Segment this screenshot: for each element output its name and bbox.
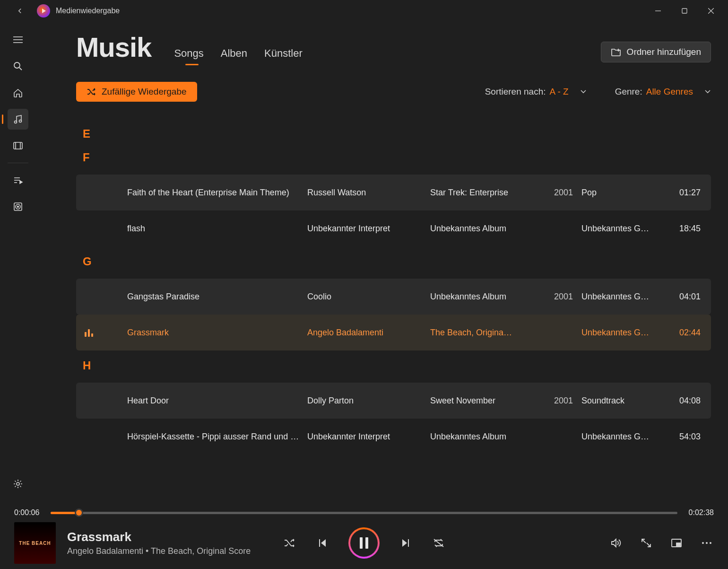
shuffle-play-label: Zufällige Wiedergabe [102,87,187,97]
shuffle-icon [87,88,96,96]
previous-button[interactable] [315,536,329,550]
song-artist: Unbekannter Interpret [307,432,430,442]
pause-icon [350,529,378,557]
video-library-button[interactable] [8,135,28,156]
now-playing-bar: THE BEACH Grassmark Angelo Badalamenti •… [0,517,728,569]
tab-songs[interactable]: Songs [174,47,203,62]
chevron-down-icon [704,89,711,94]
shuffle-toggle-button[interactable] [282,536,296,550]
song-album: Unbekanntes Album [430,224,544,234]
song-album: Sweet November [430,396,544,406]
song-genre: Unbekanntes G… [581,292,667,302]
svg-point-9 [14,121,17,123]
section-letter[interactable]: E [83,127,711,140]
song-duration: 54:03 [667,432,709,442]
miniplayer-button[interactable] [669,536,684,550]
song-album: Unbekanntes Album [430,432,544,442]
seek-track[interactable] [51,512,677,514]
song-artist: Dolly Parton [307,396,430,406]
svg-point-10 [19,120,21,123]
now-playing-icon [85,328,95,337]
song-duration: 04:01 [667,292,709,302]
shuffle-play-button[interactable]: Zufällige Wiedergabe [76,82,197,102]
svg-line-8 [19,68,22,70]
sort-value: A - Z [550,87,569,97]
disc-button[interactable] [8,196,28,217]
total-time: 0:02:38 [689,508,714,517]
song-title: Heart Door [127,396,307,406]
song-row[interactable]: flashUnbekannter InterpretUnbekanntes Al… [76,210,711,246]
sort-dropdown[interactable]: Sortieren nach: A - Z [485,87,587,97]
minimize-button[interactable] [645,0,671,22]
sidebar [0,22,35,503]
song-row[interactable]: Gangstas ParadiseCoolioUnbekanntes Album… [76,279,711,315]
section-letter[interactable]: F [83,151,711,164]
song-title: Gangstas Paradise [127,292,307,302]
add-folder-label: Ordner hinzufügen [627,47,701,57]
svg-rect-1 [682,9,687,13]
song-album: The Beach, Origina… [430,328,544,338]
next-button[interactable] [399,536,413,550]
tab-künstler[interactable]: Künstler [264,47,303,62]
song-genre: Soundtrack [581,396,667,406]
repeat-button[interactable] [432,536,446,550]
svg-rect-24 [676,543,680,546]
song-album: Unbekanntes Album [430,292,544,302]
svg-rect-11 [14,142,22,149]
elapsed-time: 0:00:06 [14,508,39,517]
song-title: Hörspiel-Kassette - Pippi ausser Rand un… [127,432,307,442]
song-genre: Unbekanntes G… [581,224,667,234]
window-title: Medienwiedergabe [56,7,120,15]
chevron-down-icon [580,89,587,94]
song-title: Grassmark [127,328,307,338]
playlists-button[interactable] [8,170,28,191]
more-button[interactable] [700,536,714,550]
main-content: Musik SongsAlbenKünstler Ordner hinzufüg… [35,22,728,503]
svg-point-25 [702,542,704,544]
fullscreen-button[interactable] [639,536,653,550]
progress-bar: 0:00:06 0:02:38 [0,503,728,517]
song-duration: 01:27 [667,188,709,198]
song-duration: 18:45 [667,224,709,234]
add-folder-button[interactable]: Ordner hinzufügen [601,42,711,62]
song-title: flash [127,224,307,234]
settings-button[interactable] [8,473,28,494]
page-title: Musik [76,31,151,63]
song-genre: Pop [581,188,667,198]
tab-alben[interactable]: Alben [221,47,247,62]
volume-button[interactable] [609,536,623,550]
folder-add-icon [611,47,621,57]
song-list[interactable]: EFFaith of the Heart (Enterprise Main Th… [76,119,711,478]
svg-point-19 [17,206,18,208]
home-button[interactable] [8,82,28,103]
section-letter[interactable]: G [83,255,711,268]
genre-label: Genre: [615,87,642,97]
back-button[interactable] [12,3,27,18]
song-row[interactable]: GrassmarkAngelo BadalamentiThe Beach, Or… [76,315,711,350]
titlebar: Medienwiedergabe [0,0,728,22]
song-artist: Coolio [307,292,430,302]
song-year: 2001 [544,188,581,198]
song-row[interactable]: Heart DoorDolly PartonSweet November2001… [76,383,711,419]
close-button[interactable] [698,0,724,22]
song-artist: Angelo Badalamenti [307,328,430,338]
search-button[interactable] [8,56,28,77]
play-pause-button[interactable] [348,527,380,559]
now-playing-subtitle: Angelo Badalamenti • The Beach, Original… [67,546,251,556]
seek-thumb[interactable] [75,508,83,517]
music-library-button[interactable] [8,109,28,130]
song-row[interactable]: Hörspiel-Kassette - Pippi ausser Rand un… [76,419,711,455]
section-letter[interactable]: H [83,359,711,372]
svg-point-20 [17,482,19,485]
svg-point-27 [710,542,711,544]
svg-point-7 [14,62,20,68]
song-artist: Unbekannter Interpret [307,224,430,234]
album-art[interactable]: THE BEACH [14,522,56,564]
song-artist: Russell Watson [307,188,430,198]
song-duration: 04:08 [667,396,709,406]
svg-point-26 [706,542,708,544]
song-row[interactable]: Faith of the Heart (Enterprise Main Them… [76,175,711,210]
menu-button[interactable] [8,29,28,50]
maximize-button[interactable] [671,0,698,22]
genre-dropdown[interactable]: Genre: Alle Genres [615,87,711,97]
